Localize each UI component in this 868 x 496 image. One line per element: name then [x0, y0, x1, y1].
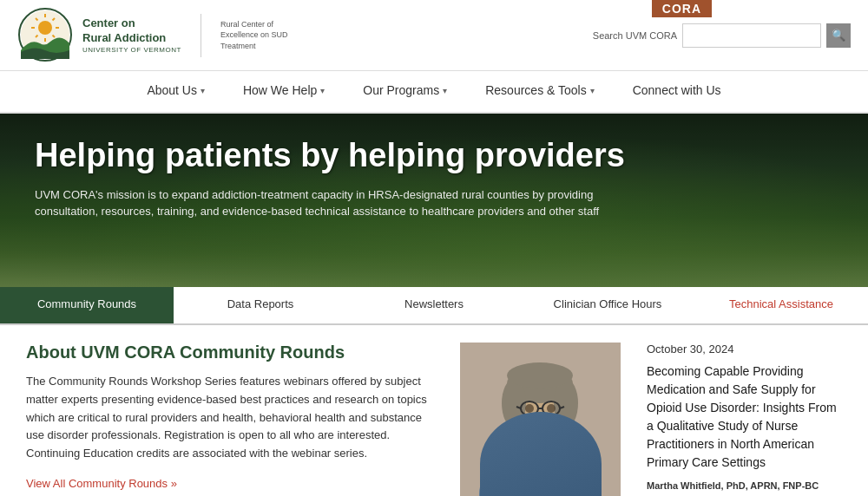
svg-point-25: [547, 404, 556, 413]
logo-divider: [201, 14, 201, 57]
nav-item-about-us[interactable]: About Us ▾: [128, 71, 224, 112]
tab-community-rounds[interactable]: Community Rounds: [0, 287, 174, 323]
content-tabs: Community Rounds Data Reports Newsletter…: [0, 287, 868, 325]
tab-technical-assistance[interactable]: Technical Assistance: [694, 287, 868, 323]
section-title: About UVM CORA Community Rounds: [26, 343, 443, 362]
left-column: About UVM CORA Community Rounds The Comm…: [26, 343, 443, 496]
logo-title: Center on Rural Addiction: [82, 16, 181, 46]
svg-point-2: [38, 21, 52, 35]
header: Center on Rural Addiction UNIVERSITY OF …: [0, 0, 868, 71]
svg-point-18: [507, 362, 573, 388]
logo-text: Center on Rural Addiction UNIVERSITY OF …: [82, 16, 181, 54]
event-date: October 30, 2024: [647, 343, 842, 356]
tab-newsletters[interactable]: Newsletters: [347, 287, 521, 323]
nav-item-connect[interactable]: Connect with Us: [614, 71, 740, 112]
main-content: About UVM CORA Community Rounds The Comm…: [0, 325, 868, 496]
tab-data-reports[interactable]: Data Reports: [174, 287, 347, 323]
chevron-down-icon: ▾: [590, 86, 595, 95]
main-nav: About Us ▾ How We Help ▾ Our Programs ▾ …: [0, 71, 868, 114]
event-author: Martha Whitfield, PhD, APRN, FNP-BC: [647, 480, 842, 491]
search-icon: 🔍: [832, 29, 845, 42]
view-all-link[interactable]: View All Community Rounds »: [26, 477, 177, 490]
image-column: Upcoming: [460, 343, 621, 496]
logo-subtitle: UNIVERSITY OF VERMONT: [82, 46, 181, 54]
hero-title: Helping patients by helping providers: [35, 138, 833, 174]
nav-item-how-we-help[interactable]: How We Help ▾: [224, 71, 344, 112]
svg-rect-13: [528, 425, 552, 451]
hero-description: UVM CORA's mission is to expand addictio…: [35, 186, 625, 220]
chevron-down-icon: ▾: [443, 86, 447, 95]
search-area: Search UVM CORA 🔍: [593, 23, 851, 48]
right-column: October 30, 2024 Becoming Capable Provid…: [638, 343, 842, 496]
cora-pill: CORA: [652, 0, 712, 17]
nav-item-resources-tools[interactable]: Resources & Tools ▾: [466, 71, 613, 112]
tab-clinician-office-hours[interactable]: Clinician Office Hours: [521, 287, 694, 323]
search-label: Search UVM CORA: [593, 30, 677, 41]
logo-area: Center on Rural Addiction UNIVERSITY OF …: [17, 7, 307, 63]
rural-center-label: Rural Center of Excellence on SUD Treatm…: [220, 19, 307, 52]
chevron-down-icon: ▾: [320, 86, 325, 95]
hero-content: Helping patients by helping providers UV…: [0, 114, 868, 245]
nav-item-our-programs[interactable]: Our Programs ▾: [344, 71, 466, 112]
section-body: The Community Rounds Workshop Series fea…: [26, 373, 443, 463]
speaker-image: [460, 343, 621, 496]
logo-icon: [17, 7, 74, 63]
chevron-down-icon: ▾: [201, 86, 205, 95]
speaker-illustration: [460, 343, 621, 496]
svg-point-12: [479, 451, 601, 496]
search-input[interactable]: [682, 23, 821, 48]
svg-point-24: [525, 404, 534, 413]
hero-section: Helping patients by helping providers UV…: [0, 114, 868, 287]
search-button[interactable]: 🔍: [826, 23, 851, 48]
event-title: Becoming Capable Providing Medication an…: [647, 362, 842, 472]
